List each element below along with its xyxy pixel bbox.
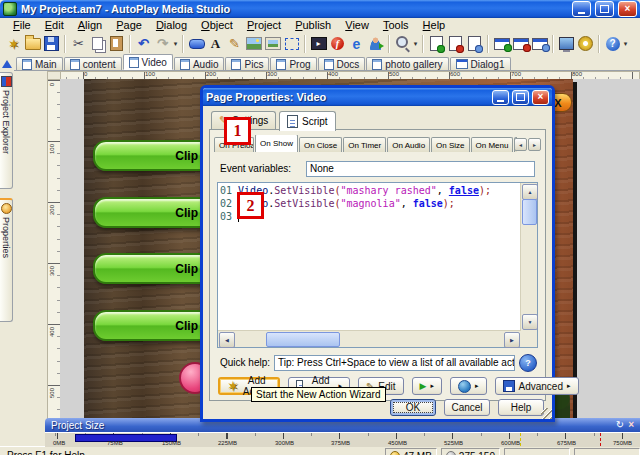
tab-scroll-icon[interactable] [2, 60, 12, 68]
scrollbar-thumb[interactable] [266, 332, 340, 347]
cut-icon[interactable]: ✂ [69, 34, 88, 53]
status-project-size: 47 MB [385, 448, 437, 455]
sidebar-tab-properties[interactable]: Properties [0, 198, 13, 322]
add-dialog-icon[interactable] [492, 34, 511, 53]
horizontal-scrollbar[interactable]: ◀ ▶ [218, 330, 521, 347]
sidebar-tab-project-explorer[interactable]: Project Explorer [0, 72, 13, 189]
preview-page-icon[interactable] [465, 34, 484, 53]
refresh-icon[interactable]: ↻ [616, 420, 624, 430]
tab-prog[interactable]: Prog [270, 57, 316, 70]
dialog-minimize-button[interactable] [492, 90, 509, 105]
zoom-dropdown-icon[interactable]: ▾ [412, 40, 419, 48]
scrollbar-thumb[interactable] [522, 199, 537, 225]
menu-help[interactable]: Help [416, 19, 453, 31]
slideshow-object-icon[interactable] [263, 34, 282, 53]
tab-script[interactable]: Script [279, 111, 336, 131]
dialog-footer: OK Cancel Help [390, 399, 544, 416]
undo-dropdown-icon[interactable]: ▾ [172, 40, 179, 48]
input-object-icon[interactable] [366, 34, 385, 53]
build-icon[interactable] [557, 34, 576, 53]
advanced-button[interactable]: Advanced ▸ [495, 377, 579, 395]
browse-actions-button[interactable]: ▸ [450, 377, 487, 395]
help-button[interactable]: Help [498, 399, 544, 416]
help-icon[interactable]: ? [603, 34, 622, 53]
scroll-up-icon[interactable]: ▲ [522, 184, 538, 200]
scroll-down-icon[interactable]: ▼ [522, 314, 538, 330]
hotspot-object-icon[interactable] [282, 34, 301, 53]
script-editor[interactable]: 01 Video.SetVisible("mashary rashed", fa… [217, 182, 538, 348]
resize-grip[interactable] [541, 408, 552, 419]
run-script-button[interactable]: ▶ ▸ [412, 377, 442, 395]
menu-publish[interactable]: Publish [288, 19, 338, 31]
video-object-icon[interactable]: ▸ [309, 34, 328, 53]
dialog-close-button[interactable]: × [532, 90, 549, 105]
restore-button[interactable] [595, 1, 614, 17]
menu-dialog[interactable]: Dialog [149, 19, 194, 31]
image-object-icon[interactable] [244, 34, 263, 53]
scroll-left-icon[interactable]: ◀ [219, 332, 235, 348]
status-coordinates: 275,150 [441, 448, 500, 455]
side-panel-tabs: Project Explorer Properties [0, 70, 14, 455]
label-object-icon[interactable]: A [206, 34, 225, 53]
remove-page-icon[interactable] [446, 34, 465, 53]
tab-dialog1[interactable]: Dialog1 [450, 57, 511, 70]
add-page-icon[interactable] [427, 34, 446, 53]
tab-docs[interactable]: Docs [318, 57, 366, 70]
menu-page[interactable]: Page [109, 19, 149, 31]
cancel-button[interactable]: Cancel [444, 399, 490, 416]
ok-button[interactable]: OK [390, 399, 436, 416]
scroll-right-icon[interactable]: ▸ [528, 138, 541, 151]
preview-dialog-icon[interactable] [530, 34, 549, 53]
paste-icon[interactable] [107, 34, 126, 53]
open-project-icon[interactable] [23, 34, 42, 53]
button-object-icon[interactable] [187, 34, 206, 53]
flash-object-icon[interactable]: f [328, 34, 347, 53]
event-variables-field[interactable]: None [306, 161, 535, 177]
status-bar: Press F1 for Help 47 MB 275,150 [0, 446, 640, 455]
quick-help-button[interactable]: ? [519, 354, 537, 372]
tab-on-timer[interactable]: On Timer [343, 137, 386, 152]
menu-edit[interactable]: Edit [38, 19, 71, 31]
tab-on-audio[interactable]: On Audio [387, 137, 430, 152]
tab-photo-gallery[interactable]: photo gallery [366, 57, 448, 70]
dialog-titlebar[interactable]: Page Properties: Video × [203, 88, 552, 106]
dialog-body: ✎ Settings Script On Preload On Show On … [203, 106, 552, 419]
dialog-icon [456, 59, 468, 69]
new-project-wizard-icon[interactable]: ✶ [4, 34, 23, 53]
remove-dialog-icon[interactable] [511, 34, 530, 53]
copy-icon[interactable] [88, 34, 107, 53]
burn-cd-icon[interactable] [576, 34, 595, 53]
panel-close-icon[interactable]: × [628, 420, 634, 430]
help-dropdown-icon[interactable]: ▾ [622, 40, 629, 48]
menu-object[interactable]: Object [194, 19, 240, 31]
paragraph-object-icon[interactable]: ✎ [225, 34, 244, 53]
redo-icon[interactable]: ↷ [153, 34, 172, 53]
menu-view[interactable]: View [338, 19, 376, 31]
close-button[interactable]: × [618, 1, 637, 17]
web-object-icon[interactable]: e [347, 34, 366, 53]
menu-tools[interactable]: Tools [376, 19, 416, 31]
tab-on-size[interactable]: On Size [431, 137, 469, 152]
minimize-button[interactable] [572, 1, 591, 17]
scroll-left-icon[interactable]: ◂ [514, 138, 527, 151]
page-tab-bar: Main content Video Audio Pics Prog Docs … [0, 56, 640, 71]
tab-audio[interactable]: Audio [174, 57, 225, 70]
zoom-icon[interactable] [393, 34, 412, 53]
undo-icon[interactable]: ↶ [134, 34, 153, 53]
menu-project[interactable]: Project [240, 19, 288, 31]
menu-file[interactable]: File [6, 19, 38, 31]
script-code[interactable]: 01 Video.SetVisible("mashary rashed", fa… [220, 184, 520, 330]
save-project-icon[interactable] [42, 34, 61, 53]
dialog-maximize-button[interactable] [512, 90, 529, 105]
tab-on-show[interactable]: On Show [255, 135, 298, 152]
scroll-right-icon[interactable]: ▶ [504, 332, 520, 348]
tab-on-close[interactable]: On Close [299, 137, 342, 152]
vertical-scrollbar[interactable]: ▲ ▼ [520, 183, 537, 331]
tab-main[interactable]: Main [16, 57, 63, 70]
tab-on-menu[interactable]: On Menu [471, 137, 514, 152]
menu-align[interactable]: Align [71, 19, 109, 31]
page-icon [180, 59, 190, 70]
tab-content[interactable]: content [64, 57, 122, 70]
tab-video[interactable]: Video [123, 54, 173, 70]
tab-pics[interactable]: Pics [225, 57, 269, 70]
